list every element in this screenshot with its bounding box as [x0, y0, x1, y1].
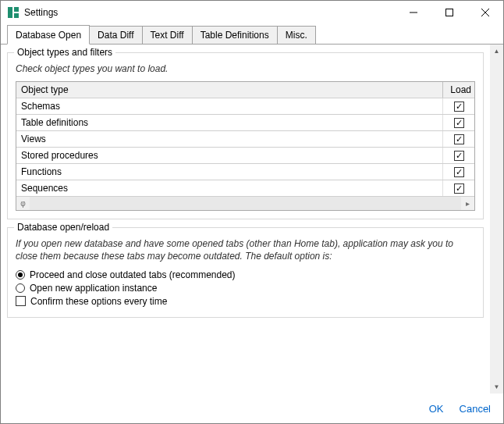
- object-type-name: Table definitions: [16, 115, 443, 130]
- radio-label: Proceed and close outdated tabs (recomme…: [30, 269, 236, 280]
- object-types-table: Object type Load Schemas Table definitio…: [16, 81, 475, 211]
- group-object-types: Object types and filters Check object ty…: [7, 52, 484, 219]
- svg-rect-2: [14, 13, 19, 18]
- tab-table-definitions[interactable]: Table Definitions: [192, 26, 278, 44]
- dialog-button-bar: OK Cancel: [1, 394, 503, 423]
- object-type-name: Functions: [16, 164, 443, 180]
- cancel-button[interactable]: Cancel: [460, 403, 491, 415]
- svg-rect-1: [14, 7, 19, 12]
- tab-data-diff[interactable]: Data Diff: [89, 26, 142, 44]
- load-checkbox[interactable]: [454, 183, 464, 194]
- load-checkbox[interactable]: [454, 151, 464, 161]
- load-checkbox[interactable]: [454, 118, 464, 128]
- ok-button[interactable]: OK: [429, 403, 444, 415]
- tab-label: Text Diff: [151, 30, 184, 41]
- tab-label: Database Open: [16, 30, 81, 41]
- scroll-down-icon[interactable]: ▼: [490, 380, 503, 394]
- header-object-type[interactable]: Object type: [16, 82, 443, 98]
- radio-icon: [16, 283, 25, 293]
- window-title: Settings: [24, 7, 58, 18]
- header-load[interactable]: Load: [443, 82, 474, 98]
- content-vertical-scrollbar[interactable]: ▲ ▼: [490, 45, 503, 394]
- load-checkbox[interactable]: [454, 134, 464, 144]
- content-area: Object types and filters Check object ty…: [1, 45, 503, 394]
- table-row[interactable]: Schemas: [16, 98, 474, 115]
- table-row[interactable]: Sequences: [16, 180, 474, 197]
- object-types-instruction: Check object types you want to load.: [16, 62, 475, 75]
- object-type-name: Sequences: [16, 180, 443, 196]
- table-row[interactable]: Stored procedures: [16, 148, 474, 164]
- scroll-right-icon[interactable]: ▸: [461, 197, 474, 210]
- svg-rect-3: [446, 9, 453, 16]
- scroll-up-icon[interactable]: ▲: [490, 45, 503, 58]
- table-row[interactable]: Functions: [16, 164, 474, 180]
- checkbox-confirm-every-time[interactable]: Confirm these options every time: [16, 296, 475, 307]
- tab-label: Table Definitions: [201, 30, 269, 41]
- object-type-name: Schemas: [16, 98, 443, 114]
- close-button[interactable]: [467, 1, 503, 24]
- svg-rect-0: [8, 7, 12, 18]
- load-checkbox[interactable]: [454, 102, 464, 112]
- group-title: Object types and filters: [14, 47, 115, 58]
- maximize-button[interactable]: [431, 1, 467, 24]
- tab-label: Data Diff: [98, 30, 133, 41]
- tab-label: Misc.: [286, 30, 307, 41]
- group-open-reload: Database open/reload If you open new dat…: [7, 227, 484, 317]
- minimize-button[interactable]: [396, 1, 431, 24]
- object-type-name: Stored procedures: [16, 148, 443, 163]
- table-row[interactable]: Table definitions: [16, 115, 474, 131]
- checkbox-label: Confirm these options every time: [30, 296, 167, 307]
- scroll-left-icon[interactable]: φ: [16, 197, 30, 210]
- radio-proceed-close[interactable]: Proceed and close outdated tabs (recomme…: [16, 269, 475, 280]
- tab-strip: Database Open Data Diff Text Diff Table …: [1, 24, 503, 45]
- table-row[interactable]: Views: [16, 131, 474, 148]
- radio-open-new-instance[interactable]: Open new application instance: [16, 283, 475, 294]
- radio-label: Open new application instance: [30, 283, 157, 294]
- table-header-row: Object type Load: [16, 82, 474, 98]
- group-title: Database open/reload: [14, 222, 112, 233]
- object-type-name: Views: [16, 131, 443, 147]
- titlebar: Settings: [1, 1, 503, 24]
- checkbox-icon: [16, 296, 26, 306]
- app-icon: [7, 6, 20, 19]
- tab-database-open[interactable]: Database Open: [7, 25, 90, 45]
- table-horizontal-scrollbar[interactable]: φ ▸: [16, 197, 474, 210]
- scroll-track[interactable]: [30, 197, 461, 210]
- tab-text-diff[interactable]: Text Diff: [142, 26, 193, 44]
- scroll-track[interactable]: [490, 58, 503, 380]
- open-reload-instruction: If you open new database and have some o…: [16, 237, 475, 262]
- radio-icon: [16, 270, 25, 280]
- load-checkbox[interactable]: [454, 167, 464, 177]
- tab-misc[interactable]: Misc.: [277, 26, 316, 44]
